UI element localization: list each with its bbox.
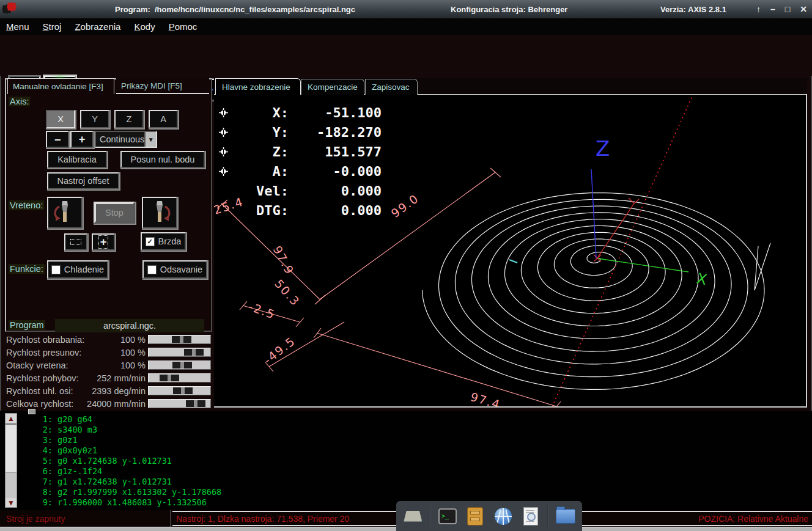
gcode-line[interactable]: 9:r1.996000 x1.486083 y-1.332506 (33, 497, 207, 507)
checkbox-empty-icon (147, 265, 157, 274)
menu-stroj[interactable]: Stroj (43, 21, 62, 32)
axis-y-button[interactable]: Y (80, 110, 109, 128)
slider-row-spindle-override: Otacky vretena:100 % (5, 359, 212, 372)
menu-pomoc[interactable]: Pomoc (169, 21, 197, 32)
globe-icon (495, 508, 512, 525)
tab-compensation[interactable]: Kompenzacie (301, 79, 364, 95)
gcode-line[interactable]: 5:g0 x1.724638 y-1.012731 (33, 455, 172, 466)
rapid-override-slider[interactable] (148, 348, 211, 357)
dim-99-0: 99.0 (388, 191, 421, 220)
folder-icon (556, 509, 575, 524)
dim-minus-49-5: -49.5 (261, 334, 298, 367)
axis-x-button[interactable]: X (46, 110, 75, 128)
z-axis-label: Z (596, 136, 610, 161)
slider-handle[interactable] (186, 400, 205, 407)
spindle-ccw-button[interactable] (47, 197, 83, 229)
checkbox-checked-icon: ✓ (146, 237, 155, 246)
menu-menu[interactable]: Menu (6, 21, 29, 32)
toolbar: ↻ M + − Z Z X Y P (0, 35, 812, 76)
gcode-line[interactable]: 6:g1z-.1f24 (33, 466, 102, 476)
scroll-up-icon[interactable]: ▲ (6, 414, 17, 423)
brake-checkbox[interactable]: ✓ Brzda (141, 232, 186, 251)
slider-handle[interactable] (160, 375, 179, 381)
show-desktop-button[interactable] (402, 505, 424, 527)
zero-offset-button[interactable]: Posun nul. bodu (120, 151, 205, 168)
pane-sash-grip[interactable] (28, 409, 35, 414)
document-viewer-launcher[interactable] (520, 505, 542, 527)
gcode-line[interactable]: 1:g20 g64 (33, 414, 92, 424)
max-velocity-slider[interactable] (148, 399, 211, 408)
gcode-line[interactable]: 8:g2 r1.997999 x1.613302 y-1.178668 (33, 486, 221, 497)
dock-separator (430, 505, 431, 527)
tab-preview[interactable]: Hlavne zobrazenie (215, 78, 301, 95)
axis-a-button[interactable]: A (149, 110, 178, 128)
cabinet-icon (467, 507, 483, 526)
spindle-slower-button[interactable] (64, 233, 87, 251)
taskbar-dock: >_ (396, 501, 582, 531)
axis-homed-icon (219, 147, 232, 156)
desktop-icon (404, 511, 422, 522)
dro-readout: X:-51.100 Y:-182.270 Z:151.577 (219, 103, 382, 220)
tab-mdi-commands[interactable]: Prikazy MDI [F5] (116, 78, 209, 94)
dim-50-3: 50.3 (272, 277, 303, 309)
axis-z-button[interactable]: Z (114, 110, 144, 128)
spindle-ccw-icon (52, 199, 78, 226)
spindle-stop-button[interactable]: Stop (94, 202, 135, 224)
axis-homed-icon (219, 128, 232, 137)
feed-override-slider[interactable] (148, 335, 211, 344)
gcode-line[interactable]: 2:s3400 m3 (33, 424, 97, 434)
web-browser-launcher[interactable] (492, 505, 514, 527)
file-manager-launcher[interactable] (555, 505, 577, 527)
backplot-canvas[interactable]: Z X (214, 95, 807, 408)
window-shade-button[interactable]: ↑ (756, 4, 761, 14)
scroll-down-icon[interactable]: ▼ (6, 498, 17, 507)
position-mode-label: POZICIA: Relativne Aktualne (698, 514, 812, 524)
tab-logger[interactable]: Zapisovac (365, 79, 418, 95)
tool-offset-button[interactable]: Nastroj offset (47, 172, 119, 189)
preview-tabbar: Hlavne zobrazenie Kompenzacie Zapisovac (214, 78, 807, 95)
calibration-button[interactable]: Kalibracia (47, 151, 107, 168)
jog-plus-button[interactable]: + (70, 131, 94, 148)
dimension-labels: 25.4 97.9 50.3 -2.5 -49.5 99.0 97.4 (214, 191, 502, 406)
slider-handle[interactable] (184, 349, 204, 356)
tab-manual-control[interactable]: Manualne ovladanie [F3] (7, 78, 114, 94)
stipple-plus-icon: + (98, 235, 108, 249)
slider-row-jog-speed: Rychlost pohybov:252 mm/min (5, 372, 212, 385)
override-sliders: Rychlost obrabania:100 % Rychlost presun… (5, 334, 212, 411)
dro-row-a: A:-0.000 (219, 161, 382, 181)
vacuum-checkbox[interactable]: Odsavanie (142, 260, 207, 279)
x-axis-label: X (695, 269, 709, 288)
titlebar[interactable]: Program: /home/hcnc/linuxcnc/nc_files/ex… (0, 0, 812, 18)
functions-label: Funkcie: (9, 264, 45, 274)
window-minimize-button[interactable]: – (770, 4, 775, 14)
slider-row-rapid-override: Rychlost presunov:100 % (5, 346, 212, 359)
terminal-launcher[interactable]: >_ (437, 505, 459, 527)
gcode-line[interactable]: 7:g1 x1.724638 y-1.012731 (33, 476, 172, 486)
scrollbar-thumb[interactable] (6, 423, 17, 473)
dock-separator (547, 505, 548, 527)
stipple-minus-icon (70, 239, 81, 245)
gcode-line[interactable]: 3:g0z1 (33, 434, 78, 445)
spindle-override-slider[interactable] (148, 361, 211, 370)
gcode-line[interactable]: 4:g0x0y0z1 (33, 445, 97, 455)
slider-handle[interactable] (173, 387, 193, 394)
window-maximize-button[interactable]: □ (785, 4, 790, 14)
spindle-cw-button[interactable] (142, 197, 177, 229)
menu-kody[interactable]: Kody (134, 21, 155, 32)
program-name-field: arcspiral.ngc. (55, 319, 204, 332)
slider-handle[interactable] (172, 336, 191, 343)
rapid-traverse-line (550, 95, 697, 406)
gcode-scrollbar[interactable]: ▲ ▼ (5, 413, 17, 508)
plus-icon: + (79, 133, 85, 145)
file-cabinet-launcher[interactable] (464, 505, 486, 527)
angular-jog-speed-slider[interactable] (148, 386, 211, 395)
jog-minus-button[interactable]: − (46, 131, 69, 148)
jog-speed-dropdown[interactable]: Continuous ▼ (95, 131, 157, 148)
dim-minus-2-5: -2.5 (247, 299, 278, 321)
window-close-button[interactable]: ✕ (800, 4, 807, 14)
menu-zobrazenia[interactable]: Zobrazenia (75, 21, 120, 32)
spindle-faster-button[interactable]: + (92, 233, 115, 251)
coolant-checkbox[interactable]: Chladenie (47, 260, 108, 279)
slider-handle[interactable] (172, 362, 192, 368)
jog-speed-slider[interactable] (148, 373, 211, 383)
